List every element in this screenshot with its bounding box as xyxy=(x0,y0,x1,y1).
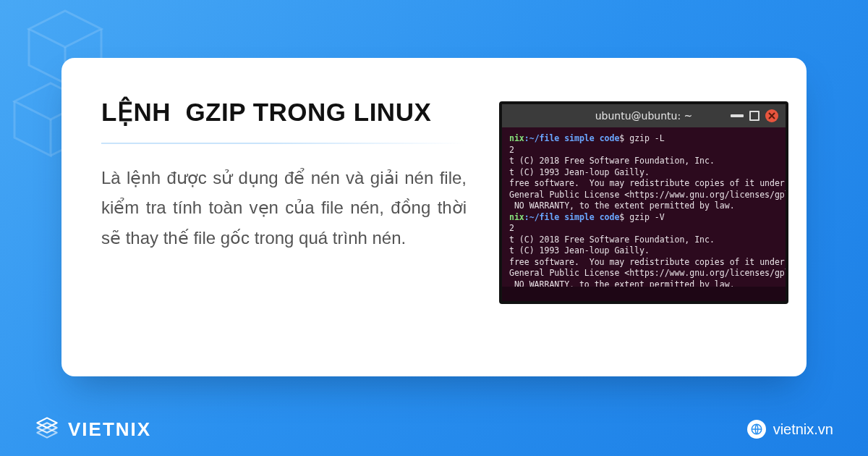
window-controls xyxy=(731,109,778,122)
terminal-footer-strip xyxy=(502,287,786,301)
out-line: 2 xyxy=(509,223,514,233)
divider xyxy=(101,143,467,144)
out-line: free software. You may redistribute copi… xyxy=(509,178,786,188)
out-line: NO WARRANTY, to the extent permitted by … xyxy=(509,279,735,287)
brand-name: VIETNIX xyxy=(68,418,151,441)
out-line: t (C) 1993 Jean-loup Gailly. xyxy=(509,245,650,256)
description: Là lệnh được sử dụng để nén và giải nén … xyxy=(101,163,467,253)
cmd-2: gzip -V xyxy=(629,212,664,222)
close-icon[interactable] xyxy=(765,109,778,122)
prompt-user: nix xyxy=(509,133,524,143)
minimize-icon[interactable] xyxy=(731,114,744,117)
out-line: t (C) 2018 Free Software Foundation, Inc… xyxy=(509,235,715,245)
page-title: LỆNH GZIP TRONG LINUX xyxy=(101,98,467,127)
prompt-path: :~/file simple code xyxy=(524,133,620,143)
maximize-icon[interactable] xyxy=(749,111,760,121)
terminal-screenshot: ubuntu@ubuntu: ~ nix:~/file simple code$… xyxy=(499,101,788,304)
prompt-symbol: $ xyxy=(619,133,624,143)
out-line: free software. You may redistribute copi… xyxy=(509,257,786,267)
page: LỆNH GZIP TRONG LINUX Là lệnh được sử dụ… xyxy=(0,0,868,456)
out-line: 2 xyxy=(509,145,514,155)
terminal-titlebar: ubuntu@ubuntu: ~ xyxy=(502,104,786,127)
out-line: t (C) 2018 Free Software Foundation, Inc… xyxy=(509,156,715,166)
out-line: General Public License <https://www.gnu.… xyxy=(509,190,786,200)
prompt-path: :~/file simple code xyxy=(524,212,620,222)
text-column: LỆNH GZIP TRONG LINUX Là lệnh được sử dụ… xyxy=(101,98,467,340)
content-card: LỆNH GZIP TRONG LINUX Là lệnh được sử dụ… xyxy=(61,58,807,376)
site-url: vietnix.vn xyxy=(773,421,833,438)
terminal-body: nix:~/file simple code$ gzip -L 2 t (C) … xyxy=(502,127,786,287)
prompt-user: nix xyxy=(509,212,524,222)
brand: VIETNIX xyxy=(35,415,151,443)
globe-icon xyxy=(747,420,766,439)
footer: VIETNIX vietnix.vn xyxy=(0,410,868,456)
out-line: t (C) 1993 Jean-loup Gailly. xyxy=(509,167,650,177)
out-line: NO WARRANTY, to the extent permitted by … xyxy=(509,200,735,211)
brand-logo-icon xyxy=(35,415,59,443)
title-prefix: LỆNH xyxy=(101,98,171,126)
cmd-1: gzip -L xyxy=(629,133,664,143)
out-line: General Public License <https://www.gnu.… xyxy=(509,268,786,278)
title-strong: GZIP TRONG LINUX xyxy=(185,98,431,126)
terminal-title: ubuntu@ubuntu: ~ xyxy=(595,110,693,122)
site-link[interactable]: vietnix.vn xyxy=(747,420,833,439)
prompt-symbol: $ xyxy=(619,212,624,222)
